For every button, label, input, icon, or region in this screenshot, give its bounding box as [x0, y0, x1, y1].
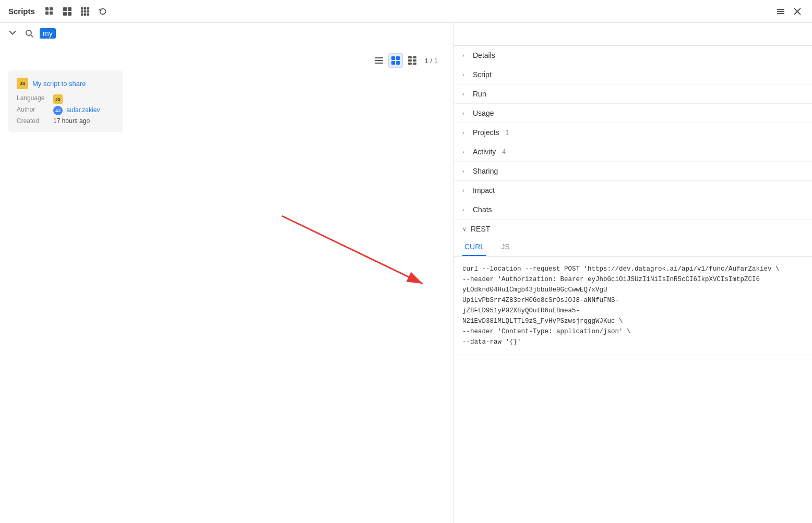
run-label: Run [473, 90, 486, 98]
accordion-item-script: Script [454, 65, 812, 84]
svg-rect-34 [413, 59, 416, 62]
accordion-item-sharing: Sharing [454, 162, 812, 181]
svg-rect-14 [81, 13, 83, 16]
close-button[interactable] [791, 5, 804, 18]
chevron-right-icon [462, 129, 469, 136]
activity-badge: 4 [502, 148, 506, 155]
left-panel: my [0, 23, 454, 523]
script-meta: Language JS Author AZ aufar.zakiev Creat… [17, 94, 115, 125]
svg-rect-17 [777, 9, 784, 10]
author-label: Author [17, 106, 53, 115]
svg-rect-6 [63, 12, 67, 16]
svg-rect-12 [84, 10, 87, 13]
accordion-header-chats[interactable]: Chats [454, 200, 812, 219]
svg-rect-35 [408, 63, 412, 65]
curl-code: curl --location --request POST 'https://… [454, 257, 812, 355]
created-label: Created [17, 117, 53, 125]
rest-header[interactable]: ∨ REST [454, 220, 812, 238]
svg-point-22 [26, 30, 31, 35]
chevron-down-icon: ∨ [462, 226, 467, 233]
svg-rect-2 [45, 11, 49, 15]
list-view-button[interactable] [373, 54, 385, 67]
header-right-icons [774, 5, 804, 18]
svg-rect-0 [45, 7, 49, 10]
accordion-header-run[interactable]: Run [454, 84, 812, 103]
svg-rect-5 [68, 7, 71, 11]
grid-view-button[interactable] [388, 53, 403, 68]
svg-rect-28 [396, 56, 400, 60]
accordion-header-script[interactable]: Script [454, 65, 812, 84]
author-link[interactable]: aufar.zakiev [66, 106, 100, 114]
script-title: My script to share [32, 80, 86, 88]
search-bar: my [0, 23, 453, 44]
accordion-list: Details Script Run [454, 46, 812, 523]
svg-rect-16 [87, 13, 89, 16]
details-label: Details [473, 51, 495, 59]
svg-rect-4 [63, 7, 67, 11]
grid-view-1-button[interactable] [43, 5, 56, 18]
accordion-header-activity[interactable]: Activity 4 [454, 142, 812, 161]
accordion-header-details[interactable]: Details [454, 46, 812, 65]
app-title: Scripts [8, 7, 35, 16]
refresh-button[interactable] [97, 5, 109, 18]
svg-rect-13 [87, 10, 89, 13]
tab-curl[interactable]: CURL [462, 238, 486, 256]
accordion-item-run: Run [454, 84, 812, 104]
svg-rect-32 [413, 56, 416, 58]
language-label: Language [17, 94, 53, 104]
language-badge: JS [17, 78, 28, 89]
chevron-right-icon [462, 71, 469, 78]
chevron-right-icon [462, 206, 469, 213]
svg-rect-1 [50, 7, 53, 10]
rest-tabs: CURL JS [454, 238, 812, 257]
chevron-right-icon [462, 91, 469, 97]
svg-rect-8 [81, 7, 83, 9]
projects-label: Projects [473, 128, 499, 137]
accordion-item-activity: Activity 4 [454, 142, 812, 162]
accordion-item-details: Details [454, 46, 812, 65]
svg-rect-26 [375, 63, 383, 64]
svg-rect-36 [413, 63, 416, 65]
grid-view-3-button[interactable] [79, 5, 91, 18]
search-icon[interactable] [23, 27, 35, 40]
svg-rect-9 [84, 7, 87, 9]
svg-rect-18 [777, 11, 784, 12]
tab-js[interactable]: JS [499, 238, 511, 256]
script-card[interactable]: JS My script to share Language JS Author… [8, 70, 123, 132]
accordion-item-chats: Chats [454, 200, 812, 220]
accordion-header-projects[interactable]: Projects 1 [454, 123, 812, 142]
svg-rect-25 [375, 60, 383, 61]
main-area: my [0, 23, 812, 523]
table-view-button[interactable] [406, 54, 419, 67]
svg-rect-11 [81, 10, 83, 13]
created-value: 17 hours ago [53, 117, 115, 125]
accordion-item-usage: Usage [454, 104, 812, 123]
svg-rect-10 [87, 7, 89, 9]
chevron-right-icon [462, 110, 469, 116]
projects-badge: 1 [506, 129, 509, 136]
svg-rect-15 [84, 13, 87, 16]
activity-label: Activity [473, 148, 496, 156]
accordion-header-impact[interactable]: Impact [454, 181, 812, 200]
rest-section: ∨ REST CURL JS curl --location --request… [454, 220, 812, 355]
sharing-label: Sharing [473, 167, 498, 175]
svg-rect-3 [50, 11, 53, 15]
svg-rect-27 [391, 56, 395, 60]
rest-label: REST [471, 225, 490, 233]
svg-rect-24 [375, 57, 383, 58]
accordion-header-usage[interactable]: Usage [454, 104, 812, 123]
svg-line-23 [31, 35, 33, 37]
usage-label: Usage [473, 109, 494, 117]
collapse-button[interactable] [6, 27, 19, 40]
svg-rect-31 [408, 56, 412, 58]
chevron-right-icon [462, 52, 469, 58]
accordion-header-sharing[interactable]: Sharing [454, 162, 812, 180]
svg-rect-30 [396, 61, 400, 65]
svg-rect-19 [777, 13, 784, 14]
author-value: AZ aufar.zakiev [53, 106, 115, 115]
accordion-item-impact: Impact [454, 181, 812, 200]
search-input[interactable]: my [40, 28, 56, 39]
menu-button[interactable] [774, 5, 787, 18]
chevron-right-icon [462, 168, 469, 174]
grid-view-2-button[interactable] [61, 5, 74, 18]
